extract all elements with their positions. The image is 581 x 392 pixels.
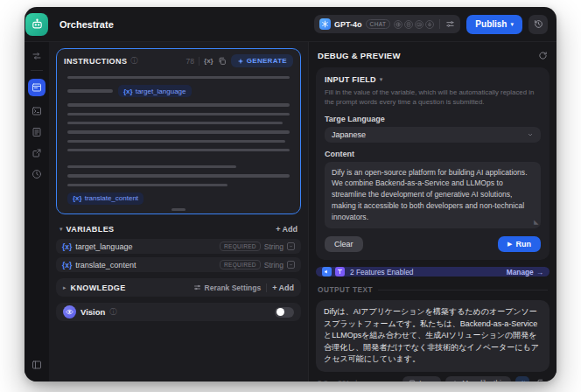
variable-chip-label: target_language <box>136 88 186 95</box>
debug-header: DEBUG & PREVIEW <box>318 51 548 60</box>
manage-features-button[interactable]: Manage → <box>507 268 543 276</box>
model-settings-icon[interactable] <box>445 19 455 29</box>
manage-label: Manage <box>507 268 534 276</box>
nav-terminal-icon[interactable] <box>31 104 44 117</box>
titlebar-actions: GPT-4o CHAT Publish ▾ <box>314 15 548 34</box>
variable-type-menu-icon[interactable] <box>287 242 295 250</box>
variable-chip-target-language[interactable]: {x} target_language <box>118 85 192 97</box>
variable-meta: REQUIRED String <box>220 260 295 270</box>
tools-divider <box>199 57 200 66</box>
run-label: Run <box>516 240 532 248</box>
redacted-text-line <box>67 76 290 79</box>
target-language-value: Japanese <box>332 130 366 139</box>
knowledge-section[interactable]: ▸ KNOWLEDGE Rerank Settings + Add <box>56 278 301 297</box>
more-like-this-label: More like this <box>462 379 505 382</box>
vision-toggle[interactable] <box>275 307 294 318</box>
more-like-this-button[interactable]: More like this <box>445 376 511 382</box>
content-textarea[interactable]: Dify is an open-source platform for buil… <box>325 162 541 228</box>
speaker-button[interactable] <box>515 376 529 382</box>
logs-button[interactable]: Logs <box>402 376 441 382</box>
model-name: GPT-4o <box>334 20 362 29</box>
redacted-text-line <box>67 122 283 124</box>
chevron-right-icon: ▸ <box>63 284 66 291</box>
output-title: OUTPUT TEXT <box>318 285 373 294</box>
titlebar: Orchestrate GPT-4o CHAT <box>24 7 556 42</box>
app-logo-robot-icon[interactable] <box>25 13 48 36</box>
copy-icon[interactable] <box>218 57 227 66</box>
content-value: Dify is an open-source platform for buil… <box>332 168 528 222</box>
actions-divider <box>266 284 267 292</box>
publish-label: Publish <box>475 19 507 29</box>
input-field-card: INPUT FIELD ▾ Fill in the value of the v… <box>316 67 550 260</box>
page-title: Orchestrate <box>60 19 114 30</box>
resize-handle-icon[interactable]: ◢ <box>534 218 538 228</box>
variable-type: String <box>264 242 284 251</box>
chevron-down-icon: ▾ <box>60 226 63 233</box>
nav-orchestrate-active-icon[interactable] <box>28 79 46 96</box>
nav-history-icon[interactable] <box>31 167 44 180</box>
add-variable-button[interactable]: + Add <box>276 225 298 234</box>
variable-chip-label: translate_content <box>85 194 138 202</box>
debug-preview-panel: DEBUG & PREVIEW INPUT FIELD ▾ Fill in th… <box>308 42 556 382</box>
debug-title: DEBUG & PREVIEW <box>318 51 401 60</box>
version-history-button[interactable] <box>528 15 548 34</box>
chevron-down-icon: ▾ <box>380 76 383 83</box>
run-button[interactable]: ▶ Run <box>498 236 541 252</box>
variable-chip-translate-content[interactable]: {x} translate_content <box>67 192 144 205</box>
variable-name: translate_content <box>75 261 136 270</box>
clear-button[interactable]: Clear <box>325 236 363 252</box>
variable-type-menu-icon[interactable] <box>287 261 295 269</box>
arrow-right-icon: → <box>536 268 543 276</box>
rerank-label: Rerank Settings <box>205 284 262 292</box>
output-divider <box>378 290 548 290</box>
generate-label: GENERATE <box>247 57 287 65</box>
vision-eye-icon <box>63 305 76 318</box>
info-icon: ⓘ <box>130 56 137 66</box>
variable-row-target-language[interactable]: {x} target_language REQUIRED String <box>56 239 301 254</box>
variable-icon: {x} <box>62 261 72 270</box>
swap-mode-icon[interactable] <box>31 49 44 62</box>
model-selector[interactable]: GPT-4o CHAT <box>314 15 460 33</box>
redacted-text-line <box>67 140 285 143</box>
nav-logs-icon[interactable] <box>31 125 44 138</box>
features-banner[interactable]: 2 Features Enabled Manage → <box>316 267 550 276</box>
instructions-title: INSTRUCTIONS <box>64 57 127 66</box>
logs-label: Logs <box>419 379 435 382</box>
variable-icon: {x} <box>123 88 133 95</box>
play-icon: ▶ <box>508 241 512 248</box>
redacted-text-line <box>67 165 236 168</box>
model-capability-icons <box>394 20 434 29</box>
output-footer: 5.8s · 321 chars Logs More like this <box>316 376 550 382</box>
output-text: Difyは、AIアプリケーションを構築するためのオープンソースプラットフォームで… <box>324 307 539 363</box>
run-row: Clear ▶ Run <box>325 236 541 252</box>
resize-drag-handle[interactable] <box>172 208 186 211</box>
feature-text-icon <box>335 267 345 276</box>
instructions-body[interactable]: {x} target_language {x} <box>57 71 300 214</box>
left-nav-rail <box>24 42 49 382</box>
copy-output-button[interactable] <box>534 376 548 382</box>
knowledge-title: KNOWLEDGE <box>71 284 126 292</box>
variables-header[interactable]: ▾ VARIABLES + Add <box>60 225 298 234</box>
char-count: 78 <box>186 57 194 66</box>
variable-row-translate-content[interactable]: {x} translate_content REQUIRED String <box>56 257 301 272</box>
redacted-text-line <box>67 89 113 93</box>
input-field-title: INPUT FIELD <box>325 75 376 84</box>
rerank-settings-button[interactable]: Rerank Settings <box>193 284 262 292</box>
required-badge: REQUIRED <box>220 260 261 270</box>
feature-speech-icon <box>322 267 332 276</box>
add-knowledge-button[interactable]: + Add <box>272 284 294 292</box>
refresh-icon[interactable] <box>538 51 548 60</box>
collapse-panel-icon[interactable] <box>31 358 44 371</box>
content-label: Content <box>325 150 541 158</box>
redacted-text-line <box>67 130 290 133</box>
target-language-select[interactable]: Japanese <box>325 127 541 143</box>
capability-globe-icon <box>394 20 402 29</box>
generate-button[interactable]: GENERATE <box>231 54 293 67</box>
input-field-header[interactable]: INPUT FIELD ▾ <box>325 75 541 84</box>
insert-variable-icon[interactable]: {x} <box>204 57 214 65</box>
redacted-text-line <box>67 184 228 186</box>
nav-share-icon[interactable] <box>31 146 44 159</box>
orchestrate-canvas: INSTRUCTIONS ⓘ 78 {x} GENERATE <box>49 42 308 382</box>
instructions-editor[interactable]: INSTRUCTIONS ⓘ 78 {x} GENERATE <box>56 48 301 214</box>
publish-button[interactable]: Publish ▾ <box>466 15 522 34</box>
